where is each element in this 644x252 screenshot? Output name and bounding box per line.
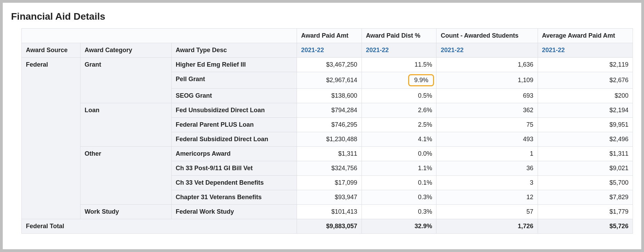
cell-avg: $200 xyxy=(538,89,633,103)
cell-count: 57 xyxy=(436,205,538,219)
header-year-count[interactable]: 2021-22 xyxy=(436,43,538,58)
award-category-cell: Grant xyxy=(80,58,171,103)
award-type-cell: Federal Subsidized Direct Loan xyxy=(171,132,297,147)
highlight-cell: 9.9% xyxy=(408,74,434,86)
total-label: Federal Total xyxy=(22,219,297,234)
cell-amt: $17,099 xyxy=(297,176,362,190)
cell-avg: $1,311 xyxy=(538,147,633,161)
award-category-cell: Work Study xyxy=(80,205,171,219)
award-type-cell: Ch 33 Vet Dependent Benefits xyxy=(171,176,297,190)
cell-dist: 0.5% xyxy=(362,89,436,103)
table-row: Work StudyFederal Work Study$101,4130.3%… xyxy=(22,205,633,219)
cell-amt: $93,947 xyxy=(297,190,362,205)
cell-avg: $1,779 xyxy=(538,205,633,219)
cell-count: 1,636 xyxy=(436,58,538,72)
award-source-cell: Federal xyxy=(22,58,80,219)
cell-avg: $2,496 xyxy=(538,132,633,147)
award-type-cell: Federal Work Study xyxy=(171,205,297,219)
cell-avg: $2,676 xyxy=(538,72,633,89)
award-type-cell: Americorps Award xyxy=(171,147,297,161)
total-count: 1,726 xyxy=(436,219,538,234)
cell-count: 12 xyxy=(436,190,538,205)
cell-dist: 0.1% xyxy=(362,176,436,190)
header-award-source: Award Source xyxy=(22,43,80,58)
cell-count: 362 xyxy=(436,103,538,118)
total-dist: 32.9% xyxy=(362,219,436,234)
cell-count: 75 xyxy=(436,118,538,132)
cell-avg: $9,021 xyxy=(538,161,633,176)
cell-count: 693 xyxy=(436,89,538,103)
cell-amt: $2,967,614 xyxy=(297,72,362,89)
header-award-paid-amt: Award Paid Amt xyxy=(297,29,362,43)
cell-avg: $5,700 xyxy=(538,176,633,190)
award-type-cell: Higher Ed Emg Relief III xyxy=(171,58,297,72)
header-average-award: Average Award Paid Amt xyxy=(538,29,633,43)
financial-aid-table: Award Paid Amt Award Paid Dist % Count -… xyxy=(21,28,633,234)
award-category-cell: Loan xyxy=(80,103,171,147)
cell-dist: 1.1% xyxy=(362,161,436,176)
cell-amt: $1,311 xyxy=(297,147,362,161)
award-type-cell: Fed Unsubsidized Direct Loan xyxy=(171,103,297,118)
cell-count: 1,109 xyxy=(436,72,538,89)
cell-avg: $9,951 xyxy=(538,118,633,132)
cell-count: 493 xyxy=(436,132,538,147)
cell-amt: $3,467,250 xyxy=(297,58,362,72)
page-title: Financial Aid Details xyxy=(11,11,633,22)
cell-dist: 2.6% xyxy=(362,103,436,118)
total-row: Federal Total$9,883,05732.9%1,726$5,726 xyxy=(22,219,633,234)
table-row: LoanFed Unsubsidized Direct Loan$794,284… xyxy=(22,103,633,118)
cell-avg: $7,829 xyxy=(538,190,633,205)
cell-dist: 11.5% xyxy=(362,58,436,72)
header-award-paid-dist: Award Paid Dist % xyxy=(362,29,436,43)
header-row-year: Award Source Award Category Award Type D… xyxy=(22,43,633,58)
cell-amt: $1,230,488 xyxy=(297,132,362,147)
header-award-category: Award Category xyxy=(80,43,171,58)
total-avg: $5,726 xyxy=(538,219,633,234)
cell-count: 36 xyxy=(436,161,538,176)
award-category-cell: Other xyxy=(80,147,171,205)
header-year-avg[interactable]: 2021-22 xyxy=(538,43,633,58)
cell-amt: $324,756 xyxy=(297,161,362,176)
cell-avg: $2,119 xyxy=(538,58,633,72)
cell-amt: $101,413 xyxy=(297,205,362,219)
table-row: OtherAmericorps Award$1,3110.0%1$1,311 xyxy=(22,147,633,161)
cell-dist: 9.9% xyxy=(362,72,436,89)
cell-avg: $2,194 xyxy=(538,103,633,118)
award-type-cell: SEOG Grant xyxy=(171,89,297,103)
award-type-cell: Ch 33 Post-9/11 GI Bill Vet xyxy=(171,161,297,176)
cell-count: 1 xyxy=(436,147,538,161)
cell-amt: $794,284 xyxy=(297,103,362,118)
award-type-cell: Federal Parent PLUS Loan xyxy=(171,118,297,132)
cell-amt: $746,295 xyxy=(297,118,362,132)
header-award-type: Award Type Desc xyxy=(171,43,297,58)
header-year-dist[interactable]: 2021-22 xyxy=(362,43,436,58)
cell-dist: 2.5% xyxy=(362,118,436,132)
award-type-cell: Pell Grant xyxy=(171,72,297,89)
total-amt: $9,883,057 xyxy=(297,219,362,234)
cell-dist: 0.0% xyxy=(362,147,436,161)
cell-dist: 0.3% xyxy=(362,190,436,205)
cell-count: 3 xyxy=(436,176,538,190)
cell-dist: 0.3% xyxy=(362,205,436,219)
table-row: FederalGrantHigher Ed Emg Relief III$3,4… xyxy=(22,58,633,72)
award-type-cell: Chapter 31 Veterans Benefits xyxy=(171,190,297,205)
header-empty xyxy=(22,29,297,43)
header-row-metrics: Award Paid Amt Award Paid Dist % Count -… xyxy=(22,29,633,43)
cell-amt: $138,600 xyxy=(297,89,362,103)
header-year-amt[interactable]: 2021-22 xyxy=(297,43,362,58)
header-count-students: Count - Awarded Students xyxy=(436,29,538,43)
cell-dist: 4.1% xyxy=(362,132,436,147)
